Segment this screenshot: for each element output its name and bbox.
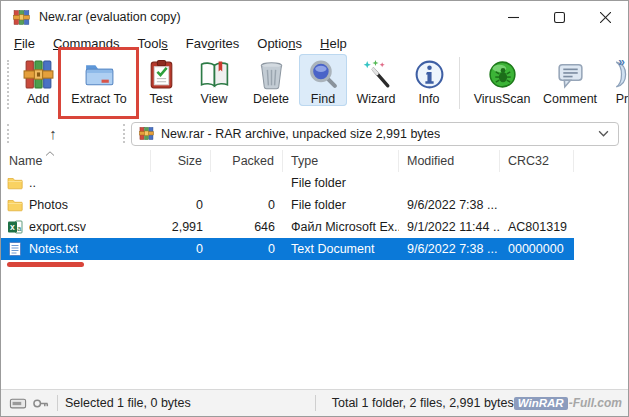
add-archive-icon (22, 58, 55, 91)
menu-options[interactable]: Options (248, 35, 311, 53)
status-bar: Selected 1 file, 0 bytes Total 1 folder,… (1, 389, 628, 416)
key-icon[interactable] (32, 397, 50, 410)
close-icon (600, 12, 611, 23)
toolbar: Add Extract To Test (1, 54, 628, 117)
selection-summary: Selected 1 file, 0 bytes (65, 396, 308, 410)
file-list: Name Size Packed Type Modified CRC32 .. … (1, 150, 628, 389)
minimize-button[interactable] (490, 1, 536, 33)
comment-button[interactable]: Comment (538, 54, 602, 106)
extract-to-button[interactable]: Extract To (61, 54, 137, 106)
maximize-icon (554, 12, 565, 23)
file-name-cell: a x export.csv (1, 219, 151, 235)
packed-cell: 0 (211, 198, 283, 212)
virus-scan-icon (486, 58, 519, 91)
up-arrow-icon: ↑ (49, 125, 57, 142)
list-item-export-csv[interactable]: a x export.csv 2,991 646 Файл Microsoft … (1, 216, 574, 238)
minimize-icon (508, 12, 519, 23)
modified-cell: 9/6/2022 7:38 ... (399, 242, 500, 256)
archive-description: New.rar - RAR archive, unpacked size 2,9… (161, 127, 440, 141)
type-cell: File folder (283, 198, 399, 212)
status-divider (315, 395, 316, 411)
info-icon (413, 58, 446, 91)
view-icon (198, 58, 231, 91)
size-cell: 0 (151, 242, 211, 256)
virus-scan-button[interactable]: VirusScan (466, 54, 538, 106)
column-header-name[interactable]: Name (1, 150, 151, 172)
delete-button[interactable]: Delete (243, 54, 299, 106)
type-cell: Файл Microsoft Ex... (283, 220, 399, 234)
address-gripper[interactable] (7, 124, 9, 143)
crc32-cell: 00000000 (500, 242, 574, 256)
add-button[interactable]: Add (15, 54, 61, 106)
file-name-cell: .. (1, 175, 151, 191)
chevron-down-icon[interactable] (598, 130, 609, 137)
list-item-photos[interactable]: Photos 0 0 File folder 9/6/2022 7:38 ... (1, 194, 574, 216)
archive-path-combobox[interactable]: New.rar - RAR archive, unpacked size 2,9… (131, 122, 619, 146)
protect-icon (606, 58, 629, 91)
winrar-logo-icon (13, 9, 30, 26)
file-name-cell: Notes.txt (1, 241, 151, 257)
menu-favorites[interactable]: Favorites (177, 35, 248, 53)
winrar-window: New.rar (evaluation copy) File Commands … (0, 0, 629, 417)
text-file-icon (7, 241, 23, 257)
type-cell: Text Document (283, 242, 399, 256)
winrar-archive-icon (139, 126, 154, 141)
address-combo-gripper[interactable] (123, 124, 125, 143)
packed-cell: 0 (211, 242, 283, 256)
column-header-type[interactable]: Type (283, 150, 399, 172)
column-headers: Name Size Packed Type Modified CRC32 (1, 150, 628, 172)
folder-up-icon (7, 175, 23, 191)
info-button[interactable]: Info (405, 54, 453, 106)
crc32-cell: AC801319 (500, 220, 574, 234)
svg-text:a: a (17, 225, 21, 232)
wizard-icon (360, 58, 393, 91)
menu-tools[interactable]: Tools (128, 35, 176, 53)
list-item-parent-dir[interactable]: .. File folder (1, 172, 574, 194)
comment-icon (554, 58, 587, 91)
window-title: New.rar (evaluation copy) (39, 10, 181, 24)
toolbar-overflow-chevron[interactable]: » (618, 55, 625, 69)
address-bar: ↑ New.rar - RAR archive, unpacked size 2… (1, 117, 628, 150)
column-header-crc32[interactable]: CRC32 (500, 150, 574, 172)
status-divider (57, 395, 58, 411)
drive-icon[interactable] (9, 397, 27, 410)
test-icon (145, 58, 178, 91)
find-button[interactable]: Find (299, 54, 347, 106)
watermark: WinRAR -Full.com (514, 396, 622, 410)
maximize-button[interactable] (536, 1, 582, 33)
test-button[interactable]: Test (137, 54, 185, 106)
toolbar-gripper[interactable] (7, 60, 9, 109)
packed-cell: 646 (211, 220, 283, 234)
file-name-cell: Photos (1, 197, 151, 213)
menu-bar: File Commands Tools Favorites Options He… (1, 33, 628, 54)
find-icon (307, 58, 340, 91)
svg-text:x: x (10, 222, 15, 232)
notes-txt-red-underline-annotation (7, 262, 84, 267)
modified-cell: 9/6/2022 7:38 ... (399, 198, 500, 212)
folder-icon (7, 197, 23, 213)
close-button[interactable] (582, 1, 628, 33)
extract-to-icon (83, 58, 116, 91)
window-controls (490, 1, 628, 33)
watermark-suffix: -Full.com (569, 396, 622, 410)
view-button[interactable]: View (185, 54, 243, 106)
modified-cell: 9/1/2022 11:44 ... (399, 220, 500, 234)
total-summary: Total 1 folder, 2 files, 2,991 bytes (332, 396, 514, 410)
watermark-brand: WinRAR (514, 397, 568, 410)
title-bar: New.rar (evaluation copy) (1, 1, 628, 33)
column-header-size[interactable]: Size (151, 150, 211, 172)
menu-help[interactable]: Help (311, 35, 356, 53)
sort-ascending-icon (45, 151, 55, 156)
up-one-level-button[interactable]: ↑ (37, 122, 69, 146)
type-cell: File folder (283, 176, 399, 190)
column-header-modified[interactable]: Modified (399, 150, 500, 172)
column-header-packed[interactable]: Packed (211, 150, 283, 172)
wizard-button[interactable]: Wizard (347, 54, 405, 106)
menu-commands[interactable]: Commands (44, 35, 128, 53)
csv-file-icon: a x (7, 219, 23, 235)
toolbar-separator (459, 57, 460, 109)
list-item-notes-txt-selected[interactable]: Notes.txt 0 0 Text Document 9/6/2022 7:3… (1, 238, 574, 260)
delete-icon (255, 58, 288, 91)
menu-file[interactable]: File (5, 35, 44, 53)
size-cell: 0 (151, 198, 211, 212)
